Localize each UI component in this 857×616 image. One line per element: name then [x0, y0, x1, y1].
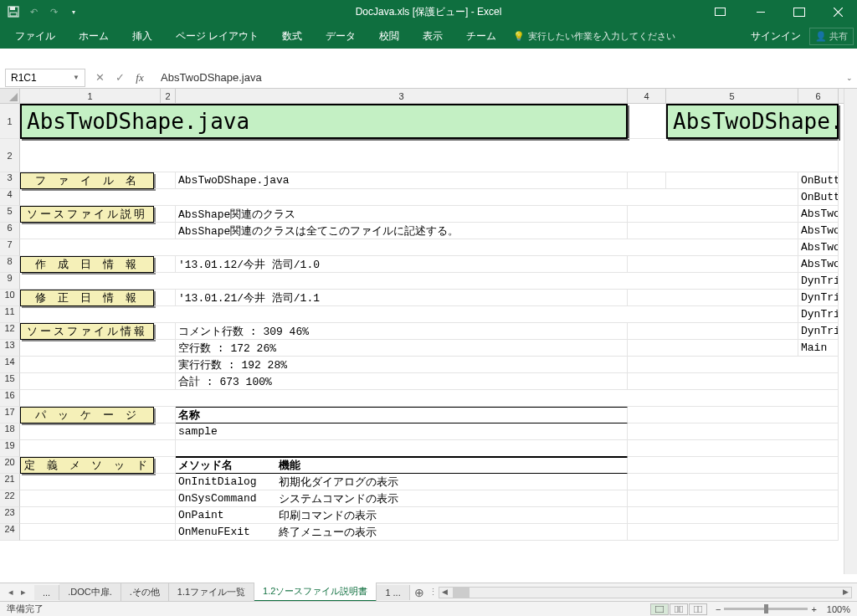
status-bar: 準備完了 − + 100% — [0, 601, 857, 616]
redo-icon[interactable]: ↷ — [47, 5, 60, 18]
row-header[interactable]: 3 — [0, 172, 20, 189]
enter-icon[interactable]: ✓ — [112, 71, 127, 85]
svg-rect-5 — [675, 606, 678, 613]
title-cell[interactable]: AbsTwoDShape.java — [20, 104, 628, 139]
svg-rect-2 — [10, 13, 17, 16]
tab-view[interactable]: 表示 — [411, 23, 454, 49]
col-header[interactable]: 6 — [798, 89, 839, 103]
tab-nav-first[interactable]: ◂ — [5, 587, 17, 598]
row-header[interactable]: 10 — [0, 290, 20, 306]
save-icon[interactable] — [7, 5, 20, 18]
svg-rect-3 — [757, 12, 765, 13]
row-header[interactable]: 11 — [0, 306, 20, 323]
tab-data[interactable]: データ — [314, 23, 367, 49]
tab-home[interactable]: ホーム — [67, 23, 121, 49]
zoom-in-button[interactable]: + — [811, 604, 816, 614]
row-header[interactable]: 14 — [0, 357, 20, 373]
scroll-left-icon[interactable]: ◀ — [439, 588, 451, 598]
close-button[interactable] — [819, 0, 857, 23]
tab-pagelayout[interactable]: ページ レイアウト — [164, 23, 270, 49]
scroll-thumb[interactable] — [453, 588, 470, 598]
tab-review[interactable]: 校閲 — [367, 23, 411, 49]
tell-me[interactable]: 💡 実行したい作業を入力してください — [513, 30, 675, 43]
window-title: DocJava.xls [保護ビュー] - Excel — [356, 5, 502, 19]
row-header[interactable]: 2 — [0, 139, 20, 172]
sheet-tab[interactable]: .DOC中扉. — [59, 583, 121, 601]
view-normal-icon[interactable] — [650, 603, 669, 615]
row-header[interactable]: 19 — [0, 440, 20, 457]
expand-formula-icon[interactable]: ⌄ — [842, 74, 857, 82]
row-header[interactable]: 8 — [0, 256, 20, 273]
select-all[interactable] — [0, 89, 20, 103]
sheet-tab[interactable]: 1 ... — [377, 585, 409, 600]
bulb-icon: 💡 — [513, 31, 525, 42]
zoom-level[interactable]: 100% — [827, 604, 850, 614]
tab-file[interactable]: ファイル — [3, 23, 67, 49]
row-header[interactable]: 12 — [0, 323, 20, 340]
row-header[interactable]: 21 — [0, 474, 20, 490]
label-package[interactable]: パ ッ ケ ー ジ — [20, 407, 154, 424]
qat-customize-icon[interactable]: ▾ — [67, 5, 80, 18]
row-header[interactable]: 18 — [0, 424, 20, 440]
ribbon-display-options[interactable] — [708, 3, 731, 20]
sheet-tab[interactable]: ... — [34, 585, 59, 600]
row-header[interactable]: 24 — [0, 524, 20, 541]
tab-team[interactable]: チーム — [454, 23, 508, 49]
label-method[interactable]: 定 義 メ ソ ッ ド — [20, 457, 154, 474]
tab-insert[interactable]: 挿入 — [121, 23, 164, 49]
row-header[interactable]: 1 — [0, 104, 20, 139]
vertical-scrollbar[interactable] — [844, 89, 857, 574]
row-header[interactable]: 15 — [0, 373, 20, 390]
share-button[interactable]: 👤 共有 — [809, 28, 854, 45]
horizontal-scrollbar[interactable]: ◀ ▶ — [439, 587, 852, 598]
view-pagelayout-icon[interactable] — [670, 603, 688, 615]
label-srcdesc[interactable]: ソースファイル説明 — [20, 206, 154, 223]
scroll-right-icon[interactable]: ▶ — [839, 588, 851, 598]
person-icon: 👤 — [815, 31, 827, 42]
col-header[interactable]: 4 — [628, 89, 666, 103]
formula-input[interactable]: AbsTwoDShape.java — [154, 71, 842, 84]
row-header[interactable]: 20 — [0, 457, 20, 474]
col-header[interactable]: 5 — [666, 89, 798, 103]
status-ready: 準備完了 — [7, 603, 44, 615]
maximize-button[interactable] — [780, 0, 819, 23]
svg-rect-6 — [680, 606, 683, 613]
sheet-tab[interactable]: 1.1ファイル一覧 — [169, 583, 254, 601]
minimize-button[interactable] — [742, 0, 780, 23]
title-cell-2[interactable]: AbsTwoDShape.j — [666, 104, 839, 139]
row-header[interactable]: 17 — [0, 407, 20, 424]
signin-link[interactable]: サインイン — [751, 29, 801, 44]
row-header[interactable]: 13 — [0, 340, 20, 357]
titlebar: ↶ ↷ ▾ DocJava.xls [保護ビュー] - Excel — [0, 0, 857, 23]
row-header[interactable]: 7 — [0, 239, 20, 256]
view-pagebreak-icon[interactable] — [689, 603, 707, 615]
row-header[interactable]: 9 — [0, 273, 20, 290]
row-header[interactable]: 16 — [0, 390, 20, 407]
label-filename[interactable]: フ ァ イ ル 名 — [20, 172, 154, 189]
fx-icon[interactable]: fx — [132, 71, 147, 85]
col-header[interactable]: 3 — [176, 89, 628, 103]
row-header[interactable]: 4 — [0, 189, 20, 206]
cancel-icon[interactable]: ✕ — [92, 71, 107, 85]
zoom-slider[interactable] — [724, 608, 808, 610]
new-sheet-button[interactable]: ⊕ — [410, 586, 428, 599]
row-header[interactable]: 22 — [0, 490, 20, 507]
tab-formulas[interactable]: 数式 — [270, 23, 314, 49]
col-header[interactable]: 2 — [161, 89, 176, 103]
zoom-out-button[interactable]: − — [716, 604, 721, 614]
label-modified[interactable]: 修 正 日 情 報 — [20, 290, 154, 306]
col-header[interactable]: 1 — [20, 89, 161, 103]
row-header[interactable]: 5 — [0, 206, 20, 223]
svg-rect-1 — [10, 7, 15, 10]
label-srcinfo[interactable]: ソースファイル情報 — [20, 323, 154, 340]
tab-nav-prev[interactable]: ▸ — [18, 587, 29, 598]
label-created[interactable]: 作 成 日 情 報 — [20, 256, 154, 273]
chevron-down-icon[interactable]: ▼ — [73, 74, 80, 81]
undo-icon[interactable]: ↶ — [27, 5, 40, 18]
name-box[interactable]: R1C1 ▼ — [5, 69, 85, 87]
row-header[interactable]: 6 — [0, 223, 20, 239]
sheet-tab[interactable]: .その他 — [121, 583, 169, 601]
sheet-tab-active[interactable]: 1.2ソースファイル説明書 — [254, 583, 377, 602]
worksheet-grid[interactable]: 1 2 3 4 5 6 1 AbsTwoDShape.java AbsTwoDS… — [0, 89, 857, 574]
row-header[interactable]: 23 — [0, 507, 20, 524]
